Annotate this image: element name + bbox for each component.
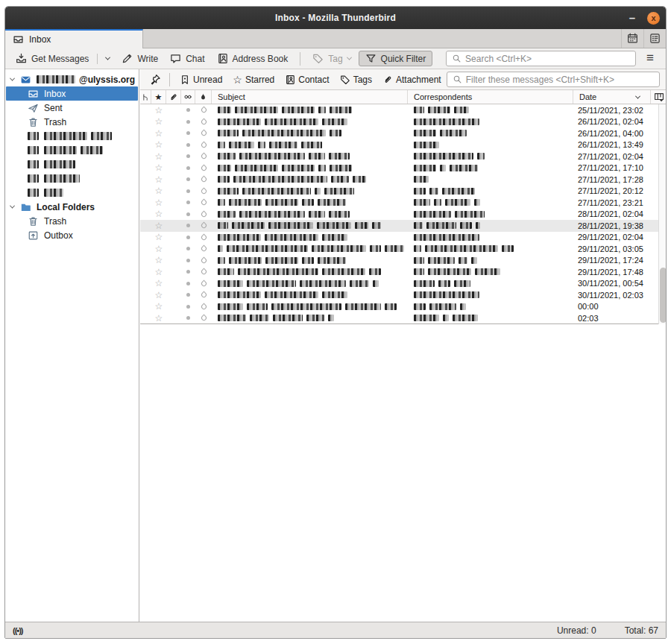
read-status-icon[interactable] xyxy=(186,120,190,124)
message-row[interactable]: ☆ 29/11/2021, 17:48 xyxy=(140,266,667,278)
junk-status-icon[interactable] xyxy=(200,315,207,322)
filter-messages-input[interactable]: Filter these messages <Ctrl+Shift+K> xyxy=(447,72,660,87)
star-toggle-icon[interactable]: ☆ xyxy=(155,175,163,184)
star-toggle-icon[interactable]: ☆ xyxy=(155,279,163,288)
column-thread[interactable] xyxy=(140,90,151,104)
address-book-button[interactable]: Address Book xyxy=(212,51,293,66)
star-toggle-icon[interactable]: ☆ xyxy=(155,221,163,230)
column-correspondents[interactable]: Correspondents xyxy=(408,90,573,104)
junk-status-icon[interactable] xyxy=(200,291,207,299)
read-status-icon[interactable] xyxy=(186,247,190,250)
star-toggle-icon[interactable]: ☆ xyxy=(155,198,163,207)
message-row[interactable]: ☆ 25/11/2021, 23:02 xyxy=(140,104,667,116)
read-status-icon[interactable] xyxy=(186,316,190,320)
star-toggle-icon[interactable]: ☆ xyxy=(155,291,163,300)
star-toggle-icon[interactable]: ☆ xyxy=(155,244,163,253)
junk-status-icon[interactable] xyxy=(200,176,207,183)
message-row[interactable]: ☆ 26/11/2021, 04:00 xyxy=(140,127,667,139)
star-toggle-icon[interactable]: ☆ xyxy=(155,233,163,242)
filter-starred-button[interactable]: ☆ Starred xyxy=(227,72,280,88)
message-row[interactable]: ☆ 29/11/2021, 17:24 xyxy=(140,255,667,267)
column-attachment[interactable] xyxy=(166,90,181,104)
network-status-icon[interactable]: ((•)) xyxy=(13,626,23,635)
folder-inbox[interactable]: Inbox xyxy=(6,86,138,101)
star-toggle-icon[interactable]: ☆ xyxy=(155,163,163,172)
scrollbar-thumb[interactable] xyxy=(660,268,667,323)
read-status-icon[interactable] xyxy=(186,108,190,112)
calendar-tab-button[interactable] xyxy=(621,29,643,48)
read-status-icon[interactable] xyxy=(186,259,190,262)
read-status-icon[interactable] xyxy=(186,293,190,297)
quick-filter-button[interactable]: Quick Filter xyxy=(359,51,433,66)
folder-sent[interactable]: Sent xyxy=(6,101,138,115)
read-status-icon[interactable] xyxy=(186,305,190,309)
message-row[interactable]: ☆ 27/11/2021, 23:21 xyxy=(140,197,667,209)
message-row[interactable]: ☆ 29/11/2021, 02:04 xyxy=(140,232,667,244)
folder-redacted[interactable] xyxy=(6,143,138,157)
read-status-icon[interactable] xyxy=(186,189,190,193)
junk-status-icon[interactable] xyxy=(200,164,207,171)
local-folders-row[interactable]: Local Folders xyxy=(6,200,138,214)
junk-status-icon[interactable] xyxy=(200,245,207,253)
star-toggle-icon[interactable]: ☆ xyxy=(155,314,163,323)
read-status-icon[interactable] xyxy=(186,270,190,274)
column-junk[interactable] xyxy=(195,90,212,104)
star-toggle-icon[interactable]: ☆ xyxy=(155,129,163,138)
message-row[interactable]: ☆ 27/11/2021, 20:12 xyxy=(140,186,667,198)
get-messages-dropdown[interactable] xyxy=(101,54,114,63)
column-starred[interactable]: ★ xyxy=(151,90,166,104)
column-date[interactable]: Date xyxy=(573,90,651,104)
message-row[interactable]: ☆ 30/11/2021, 02:03 xyxy=(140,289,667,301)
junk-status-icon[interactable] xyxy=(200,280,207,287)
message-row[interactable]: ☆ 29/11/2021, 03:05 xyxy=(140,243,667,255)
folder-redacted[interactable] xyxy=(6,186,138,200)
junk-status-icon[interactable] xyxy=(200,107,207,114)
star-toggle-icon[interactable]: ☆ xyxy=(155,106,163,115)
star-toggle-icon[interactable]: ☆ xyxy=(155,302,163,311)
message-row[interactable]: ☆ 26/11/2021, 02:04 xyxy=(140,116,667,128)
title-bar[interactable]: Inbox - Mozilla Thunderbird – x xyxy=(5,7,666,29)
junk-status-icon[interactable] xyxy=(200,256,207,264)
column-subject[interactable]: Subject xyxy=(212,90,408,104)
junk-status-icon[interactable] xyxy=(200,303,207,310)
folder-redacted[interactable] xyxy=(6,157,138,171)
chat-button[interactable]: Chat xyxy=(166,51,209,66)
message-row[interactable]: ☆ 27/11/2021, 17:10 xyxy=(140,162,667,174)
junk-status-icon[interactable] xyxy=(200,233,207,241)
minimize-button[interactable]: – xyxy=(626,14,638,22)
star-toggle-icon[interactable]: ☆ xyxy=(155,117,163,126)
local-folder-outbox[interactable]: Outbox xyxy=(6,228,138,242)
star-toggle-icon[interactable]: ☆ xyxy=(155,256,163,265)
junk-status-icon[interactable] xyxy=(200,222,207,230)
write-button[interactable]: Write xyxy=(117,51,163,66)
message-row[interactable]: ☆ 30/11/2021, 00:54 xyxy=(140,278,667,290)
column-picker-button[interactable] xyxy=(651,90,667,104)
star-toggle-icon[interactable]: ☆ xyxy=(155,209,163,218)
filter-attachment-button[interactable]: Attachment xyxy=(377,72,447,87)
folder-redacted[interactable] xyxy=(6,171,138,186)
folder-trash[interactable]: Trash xyxy=(6,115,138,129)
read-status-icon[interactable] xyxy=(186,143,190,147)
message-row[interactable]: ☆ 27/11/2021, 02:04 xyxy=(140,151,667,162)
message-row[interactable]: ☆ 28/11/2021, 19:38 xyxy=(140,220,667,232)
local-folder-trash[interactable]: Trash xyxy=(6,214,138,228)
junk-status-icon[interactable] xyxy=(200,199,207,206)
vertical-scrollbar[interactable] xyxy=(658,104,667,324)
message-row[interactable]: ☆ 00:00 xyxy=(140,301,667,313)
junk-status-icon[interactable] xyxy=(200,268,207,276)
star-toggle-icon[interactable]: ☆ xyxy=(155,268,163,277)
star-toggle-icon[interactable]: ☆ xyxy=(155,140,163,149)
read-status-icon[interactable] xyxy=(186,236,190,239)
read-status-icon[interactable] xyxy=(186,154,190,158)
message-row[interactable]: ☆ 26/11/2021, 13:49 xyxy=(140,139,667,151)
junk-status-icon[interactable] xyxy=(200,153,207,160)
filter-tags-button[interactable]: Tags xyxy=(335,72,377,87)
read-status-icon[interactable] xyxy=(186,177,190,181)
message-row[interactable]: ☆ 28/11/2021, 02:04 xyxy=(140,209,667,221)
read-status-icon[interactable] xyxy=(186,201,190,204)
close-button[interactable]: x xyxy=(647,12,660,25)
get-messages-button[interactable]: Get Messages xyxy=(11,51,93,66)
junk-status-icon[interactable] xyxy=(200,210,207,218)
junk-status-icon[interactable] xyxy=(200,118,207,125)
tab-inbox[interactable]: Inbox xyxy=(5,29,143,48)
